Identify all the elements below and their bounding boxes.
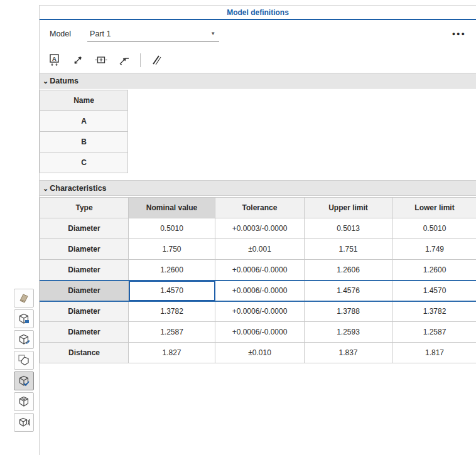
panel-title: Model definitions: [227, 8, 289, 17]
nominal-value-cell[interactable]: 1.827: [129, 343, 215, 363]
datums-header-row: Name: [40, 90, 128, 111]
upper-limit-cell[interactable]: 1.4576: [305, 281, 392, 301]
datums-name-header: Name: [40, 90, 128, 111]
hatch-icon: [150, 54, 163, 67]
datum-target-icon: [94, 54, 108, 67]
upper-limit-cell[interactable]: 0.5013: [305, 218, 392, 239]
upper-limit-cell[interactable]: 1.837: [305, 343, 392, 363]
tolerance-cell[interactable]: +0.0006/-0.0000: [215, 260, 305, 281]
type-cell[interactable]: Diameter: [40, 218, 129, 239]
cube-copy-icon: [18, 354, 30, 367]
table-row[interactable]: Diameter 1.750 ±0.001 1.751 1.749: [40, 239, 476, 260]
table-row[interactable]: Diameter 1.3782 +0.0006/-0.0000 1.3788 1…: [40, 301, 476, 322]
type-cell[interactable]: Distance: [40, 343, 129, 363]
upper-limit-cell[interactable]: 1.2593: [305, 322, 392, 343]
datums-section-header[interactable]: ⌄ Datums: [40, 73, 476, 88]
characteristics-section-label: Characteristics: [50, 184, 106, 193]
upper-limit-cell[interactable]: 1.2606: [305, 260, 392, 281]
type-cell[interactable]: Diameter: [40, 260, 129, 281]
cube-copy-tool-button[interactable]: [14, 351, 34, 370]
datum-cell[interactable]: B: [40, 132, 128, 153]
datums-table: Name A B C: [40, 90, 128, 173]
upper-limit-cell[interactable]: 1.751: [305, 239, 392, 260]
column-header-type[interactable]: Type: [40, 198, 129, 218]
cube-grid-tool-button[interactable]: [14, 392, 34, 411]
type-cell[interactable]: Diameter: [40, 239, 129, 260]
measure-distance-icon: [72, 54, 84, 67]
caliper-stamp-tool-button[interactable]: [14, 289, 34, 308]
tolerance-cell[interactable]: +0.0003/-0.0000: [215, 218, 305, 239]
model-selector-row: Model Part 1 ▼ ●●●: [40, 20, 476, 48]
model-dropdown-value: Part 1: [90, 29, 111, 38]
cube-grid-icon: [18, 395, 30, 408]
annotation-toolbar: A: [40, 48, 476, 73]
datum-target-tool-button[interactable]: [94, 53, 109, 68]
upper-limit-cell[interactable]: 1.3788: [305, 301, 392, 322]
tolerance-cell[interactable]: ±0.010: [215, 343, 305, 363]
tolerance-cell[interactable]: +0.0006/-0.0000: [215, 322, 305, 343]
type-cell[interactable]: Diameter: [40, 301, 129, 322]
toolbar-separator: [140, 53, 141, 67]
table-row: A: [40, 111, 128, 132]
chevron-down-icon: ⌄: [43, 185, 48, 191]
lower-limit-cell[interactable]: 1.3782: [392, 301, 476, 322]
text-annotation-icon: A: [48, 53, 62, 67]
column-header-lower-limit[interactable]: Lower limit: [392, 198, 476, 218]
tolerance-cell[interactable]: +0.0006/-0.0000: [215, 281, 305, 301]
type-cell[interactable]: Diameter: [40, 322, 129, 343]
nominal-value-cell-active[interactable]: 1.4570: [129, 281, 215, 301]
table-row[interactable]: Distance 1.827 ±0.010 1.837 1.817: [40, 343, 476, 363]
lower-limit-cell[interactable]: 1.2587: [392, 322, 476, 343]
table-row[interactable]: Diameter 1.2600 +0.0006/-0.0000 1.2606 1…: [40, 260, 476, 281]
leader-line-icon: [118, 54, 131, 67]
model-definitions-panel: Model definitions Model Part 1 ▼ ●●● A: [39, 5, 476, 455]
measure-distance-tool-button[interactable]: [70, 53, 85, 68]
nominal-value-cell[interactable]: 0.5010: [129, 218, 215, 239]
column-header-tolerance[interactable]: Tolerance: [215, 198, 305, 218]
overflow-menu-button[interactable]: ●●●: [452, 31, 466, 37]
cube-rotate-icon: [18, 333, 30, 346]
nominal-value-cell[interactable]: 1.750: [129, 239, 215, 260]
datums-section-label: Datums: [50, 77, 78, 85]
text-annotation-tool-button[interactable]: A: [47, 53, 62, 68]
nominal-value-cell[interactable]: 1.2587: [129, 322, 215, 343]
tolerance-cell[interactable]: +0.0006/-0.0000: [215, 301, 305, 322]
part-cube-tool-button[interactable]: [14, 309, 34, 328]
nominal-value-cell[interactable]: 1.2600: [129, 260, 215, 281]
characteristics-header-row: Type Nominal value Tolerance Upper limit…: [40, 198, 476, 218]
cube-refresh-icon: [18, 416, 30, 429]
cube-check-icon: [18, 375, 30, 387]
left-tool-strip: [14, 289, 34, 432]
cube-rotate-tool-button[interactable]: [14, 330, 34, 349]
table-row: B: [40, 132, 128, 153]
characteristics-table: Type Nominal value Tolerance Upper limit…: [40, 197, 476, 363]
chevron-down-icon: ⌄: [43, 78, 48, 84]
lower-limit-cell[interactable]: 1.749: [392, 239, 476, 260]
model-label: Model: [50, 29, 71, 38]
nominal-value-cell[interactable]: 1.3782: [129, 301, 215, 322]
tolerance-cell[interactable]: ±0.001: [215, 239, 305, 260]
caliper-stamp-icon: [18, 292, 30, 304]
leader-line-tool-button[interactable]: [117, 53, 132, 68]
column-header-nominal-value[interactable]: Nominal value: [129, 198, 215, 218]
lower-limit-cell[interactable]: 0.5010: [392, 218, 476, 239]
model-dropdown[interactable]: Part 1 ▼: [87, 26, 219, 42]
part-cube-icon: [18, 313, 30, 325]
datum-cell[interactable]: C: [40, 153, 128, 173]
cube-refresh-tool-button[interactable]: [14, 413, 34, 432]
column-header-upper-limit[interactable]: Upper limit: [305, 198, 392, 218]
svg-text:A: A: [52, 55, 57, 62]
table-row: C: [40, 153, 128, 173]
characteristics-section-header[interactable]: ⌄ Characteristics: [40, 180, 476, 196]
datum-cell[interactable]: A: [40, 111, 128, 132]
table-row[interactable]: Diameter 0.5010 +0.0003/-0.0000 0.5013 0…: [40, 218, 476, 239]
type-cell[interactable]: Diameter: [40, 281, 129, 301]
lower-limit-cell[interactable]: 1.4570: [392, 281, 476, 301]
panel-title-bar: Model definitions: [40, 6, 476, 20]
table-row[interactable]: Diameter 1.2587 +0.0006/-0.0000 1.2593 1…: [40, 322, 476, 343]
lower-limit-cell[interactable]: 1.2600: [392, 260, 476, 281]
hatch-tool-button[interactable]: [149, 53, 164, 68]
lower-limit-cell[interactable]: 1.817: [392, 343, 476, 363]
table-row-selected[interactable]: Diameter 1.4570 +0.0006/-0.0000 1.4576 1…: [40, 281, 476, 301]
cube-check-tool-button[interactable]: [14, 372, 34, 390]
